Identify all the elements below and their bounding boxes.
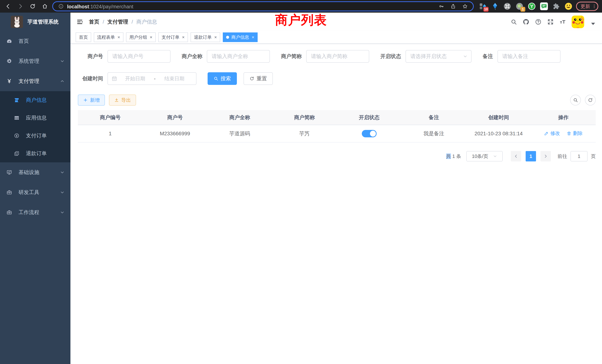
share-icon[interactable] [450,3,456,9]
site-info-icon[interactable] [58,3,64,9]
update-label: 更新 [580,3,590,10]
help-icon[interactable] [535,19,542,25]
export-button[interactable]: 导出 [109,95,136,106]
tab-close-icon[interactable]: × [252,35,254,40]
tab-home[interactable]: 首页 [76,32,91,42]
breadcrumb-home[interactable]: 首页 [89,18,99,25]
tab-payment-order[interactable]: 支付订单× [158,32,188,42]
filter-field-remark: 备注 [483,50,560,63]
cell-status [337,125,401,142]
next-page-button[interactable] [540,151,551,161]
sidebar-item-payment-order[interactable]: 支付订单 [0,127,70,145]
user-avatar[interactable] [572,16,584,28]
browser-menu-dots-icon[interactable] [592,4,597,9]
breadcrumb-separator: / [103,19,104,25]
sidebar-menu: 首页系统管理支付管理商户信息应用信息支付订单退款订单基础设施研发工具工作流程 [0,31,70,222]
y-extension-icon[interactable] [528,2,536,10]
sidebar-item-infrastructure[interactable]: 基础设施 [0,162,70,182]
refresh-table-button[interactable] [585,95,596,106]
table-header-2: 商户全称 [207,110,272,125]
tab-close-icon[interactable]: × [118,35,120,40]
toggle-search-button[interactable] [570,95,581,106]
font-size-icon[interactable] [559,19,566,25]
sidebar-item-home[interactable]: 首页 [0,31,70,51]
status-toggle[interactable] [362,130,377,137]
delete-link[interactable]: 删除 [567,130,582,137]
create-time-range-picker[interactable]: 开始日期 - 结束日期 [108,72,196,85]
page-size-select[interactable]: 10条/页 [466,151,503,161]
tab-merchant-info[interactable]: 商户信息× [223,32,258,42]
filter-form-row-1: 商户号商户全称商户简称开启状态请选择开启状态备注 [78,50,596,63]
browser-reload-icon[interactable] [30,3,36,9]
cell-id: 1 [78,125,142,142]
start-date-placeholder[interactable]: 开始日期 [117,75,153,82]
sidebar-item-merchant-info[interactable]: 商户信息 [0,91,70,109]
monitor-icon [6,170,12,175]
password-key-icon[interactable] [439,3,444,9]
browser-back-icon[interactable] [5,3,11,9]
search-button[interactable]: 搜索 [208,72,237,85]
breadcrumb-current: 商户信息 [136,18,157,25]
sidebar-collapse-icon[interactable] [76,18,83,25]
filter-field-status: 开启状态请选择开启状态 [380,50,472,63]
sidebar-item-system[interactable]: 系统管理 [0,51,70,71]
filter-input-remark[interactable] [497,50,560,63]
filter-label: 创建时间 [78,75,103,82]
search-icon [573,97,578,103]
tab-user-group[interactable]: 用户分组× [126,32,156,42]
browser-update-button[interactable]: 更新 [576,2,598,11]
kite-extension-icon[interactable] [491,2,499,10]
url-bar[interactable]: localhost:1024/pay/merchant [52,1,474,11]
tiles-extension-icon[interactable]: 10 [479,2,487,10]
page-1-button[interactable]: 1 [526,151,536,161]
github-icon[interactable] [523,19,529,25]
session-extension-icon[interactable]: 1 [516,2,523,10]
browser-forward-icon[interactable] [17,3,23,9]
end-date-placeholder[interactable]: 结束日期 [156,75,193,82]
filter-field-merchant-no: 商户号 [78,50,171,63]
reset-button[interactable]: 重置 [244,72,273,85]
sidebar-item-dev-tools[interactable]: 研发工具 [0,182,70,202]
prev-page-button[interactable] [511,151,521,161]
gear-icon [6,58,12,64]
tab-close-icon[interactable]: × [214,35,217,40]
filter-input-merchant-full-name[interactable] [207,50,270,63]
total-highlight: 共 [446,153,451,159]
fullscreen-icon[interactable] [547,19,554,25]
avatar-caret-down-icon[interactable] [590,20,596,27]
sidebar-logo[interactable]: 芋道管理系统 [0,13,70,31]
tab-process-form[interactable]: 流程表单× [94,32,123,42]
tab-label: 退款订单 [194,34,212,40]
table-header-0: 商户编号 [78,110,142,125]
sidebar-item-label: 系统管理 [19,58,39,65]
sidebar-item-app-info[interactable]: 应用信息 [0,109,70,127]
filter-select-status[interactable]: 请选择开启状态 [406,50,472,63]
emoji-extension-icon[interactable] [565,2,572,10]
command-extension-icon[interactable] [503,2,511,10]
add-button[interactable]: 新增 [78,95,105,106]
calendar-icon [112,76,117,81]
sidebar-item-refund-order[interactable]: 退款订单 [0,145,70,162]
breadcrumb: 首页 / 支付管理 / 商户信息 [89,18,157,25]
grid-icon [14,115,20,121]
filter-input-merchant-short-name[interactable] [306,50,369,63]
delete-icon [567,131,571,136]
pagination: 共 1 条 10条/页 1 前往 页 [78,151,596,161]
bookmark-star-icon[interactable] [462,3,468,9]
filter-input-merchant-no[interactable] [108,50,171,63]
sidebar-item-payment[interactable]: 支付管理 [0,71,70,91]
sidebar-item-workflow[interactable]: 工作流程 [0,202,70,222]
tab-close-icon[interactable]: × [182,35,185,40]
goto-page-input[interactable] [570,151,588,161]
puzzle-extension-icon[interactable] [552,2,560,10]
breadcrumb-payment[interactable]: 支付管理 [108,18,128,25]
header-search-icon[interactable] [510,19,517,25]
edit-link[interactable]: 修改 [544,130,560,137]
tab-close-icon[interactable]: × [150,35,152,40]
download-icon [114,98,119,103]
tab-refund-order[interactable]: 退款订单× [191,32,220,42]
table-header-1: 商户号 [142,110,207,125]
submenu-payment: 商户信息应用信息支付订单退款订单 [0,91,70,162]
chat-extension-icon[interactable] [540,2,548,10]
browser-home-icon[interactable] [42,3,48,9]
